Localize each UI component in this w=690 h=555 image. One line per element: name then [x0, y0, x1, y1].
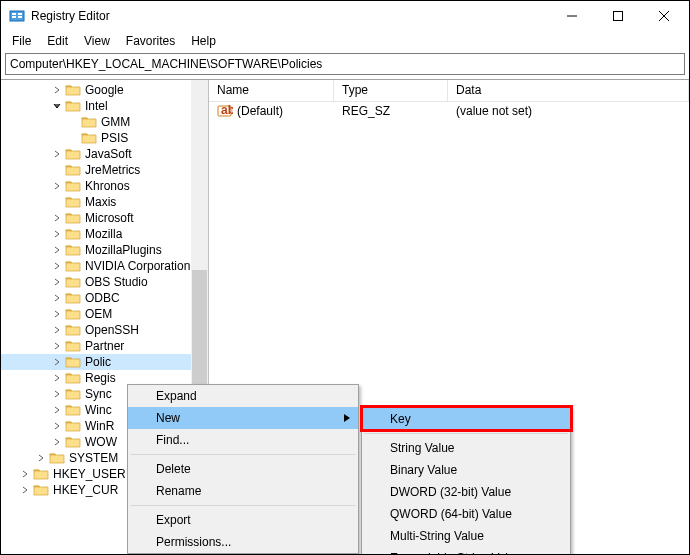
tree-item-label: NVIDIA Corporation [85, 259, 190, 273]
tree-item[interactable]: MozillaPlugins [1, 242, 208, 258]
address-text: Computer\HKEY_LOCAL_MACHINE\SOFTWARE\Pol… [10, 57, 322, 71]
tree-item[interactable]: PSIS [1, 130, 208, 146]
context-separator [130, 454, 356, 455]
expand-icon[interactable] [49, 146, 65, 162]
menu-file[interactable]: File [5, 32, 38, 50]
context-expand[interactable]: Expand [128, 385, 358, 407]
svg-marker-11 [344, 414, 350, 422]
new-submenu: Key String Value Binary Value DWORD (32-… [361, 407, 571, 555]
tree-item[interactable]: Polic [1, 354, 208, 370]
context-export[interactable]: Export [128, 509, 358, 531]
address-bar[interactable]: Computer\HKEY_LOCAL_MACHINE\SOFTWARE\Pol… [5, 53, 685, 75]
tree-item[interactable]: OBS Studio [1, 274, 208, 290]
tree-item-label: ODBC [85, 291, 120, 305]
expand-icon[interactable] [49, 210, 65, 226]
tree-item[interactable]: JreMetrics [1, 162, 208, 178]
menu-favorites[interactable]: Favorites [119, 32, 182, 50]
tree-item[interactable]: GMM [1, 114, 208, 130]
expand-icon[interactable] [49, 290, 65, 306]
tree-item[interactable]: OEM [1, 306, 208, 322]
tree-item-label: Mozilla [85, 227, 122, 241]
expand-icon[interactable] [49, 386, 65, 402]
spacer [49, 194, 65, 210]
tree-item-label: Winc [85, 403, 112, 417]
tree-item-label: HKEY_CUR [53, 483, 118, 497]
submenu-multistring[interactable]: Multi-String Value [362, 525, 570, 547]
expand-icon[interactable] [49, 354, 65, 370]
expand-icon[interactable] [49, 418, 65, 434]
spacer [65, 114, 81, 130]
col-name[interactable]: Name [209, 80, 334, 101]
expand-icon[interactable] [49, 242, 65, 258]
folder-icon [65, 435, 81, 449]
expand-icon[interactable] [49, 370, 65, 386]
list-header: Name Type Data [209, 80, 689, 102]
tree-item[interactable]: JavaSoft [1, 146, 208, 162]
folder-icon [65, 339, 81, 353]
menu-view[interactable]: View [77, 32, 117, 50]
tree-item[interactable]: Google [1, 82, 208, 98]
expand-icon[interactable] [17, 466, 33, 482]
expand-icon[interactable] [49, 322, 65, 338]
tree-item[interactable]: ODBC [1, 290, 208, 306]
menu-help[interactable]: Help [184, 32, 223, 50]
submenu-key[interactable]: Key [362, 408, 570, 430]
close-button[interactable] [641, 1, 687, 31]
folder-icon [81, 115, 97, 129]
context-new[interactable]: New [128, 407, 358, 429]
submenu-expstring[interactable]: Expandable String Value [362, 547, 570, 555]
context-rename[interactable]: Rename [128, 480, 358, 502]
tree-item-label: Regis [85, 371, 116, 385]
submenu-separator [364, 433, 568, 434]
tree-item-label: Intel [85, 99, 108, 113]
expand-icon[interactable] [49, 274, 65, 290]
expand-icon[interactable] [49, 306, 65, 322]
folder-icon [65, 275, 81, 289]
expand-icon[interactable] [49, 338, 65, 354]
context-permissions[interactable]: Permissions... [128, 531, 358, 553]
folder-icon [65, 163, 81, 177]
tree-item-label: Polic [85, 355, 111, 369]
expand-icon[interactable] [49, 226, 65, 242]
tree-item[interactable]: Khronos [1, 178, 208, 194]
tree-item[interactable]: Mozilla [1, 226, 208, 242]
tree-item[interactable]: Microsoft [1, 210, 208, 226]
minimize-button[interactable] [549, 1, 595, 31]
list-row[interactable]: ab (Default) REG_SZ (value not set) [209, 102, 689, 120]
tree-item[interactable]: NVIDIA Corporation [1, 258, 208, 274]
folder-icon [65, 403, 81, 417]
expand-icon[interactable] [49, 178, 65, 194]
tree-item[interactable]: Intel [1, 98, 208, 114]
tree-item-label: WOW [85, 435, 117, 449]
submenu-qword[interactable]: QWORD (64-bit) Value [362, 503, 570, 525]
expand-icon[interactable] [49, 82, 65, 98]
menu-edit[interactable]: Edit [40, 32, 75, 50]
expand-icon[interactable] [17, 482, 33, 498]
col-data[interactable]: Data [448, 80, 689, 101]
col-type[interactable]: Type [334, 80, 448, 101]
tree-item[interactable]: Partner [1, 338, 208, 354]
context-separator [130, 505, 356, 506]
folder-icon [65, 307, 81, 321]
tree-item[interactable]: OpenSSH [1, 322, 208, 338]
submenu-string[interactable]: String Value [362, 437, 570, 459]
tree-item-label: PSIS [101, 131, 128, 145]
svg-rect-4 [18, 16, 22, 18]
expand-icon[interactable] [49, 434, 65, 450]
expand-icon[interactable] [49, 402, 65, 418]
context-find[interactable]: Find... [128, 429, 358, 451]
maximize-button[interactable] [595, 1, 641, 31]
tree-item-label: SYSTEM [69, 451, 118, 465]
collapse-icon[interactable] [49, 98, 65, 114]
context-delete[interactable]: Delete [128, 458, 358, 480]
submenu-dword[interactable]: DWORD (32-bit) Value [362, 481, 570, 503]
tree-item-label: Partner [85, 339, 124, 353]
expand-icon[interactable] [33, 450, 49, 466]
svg-rect-2 [12, 16, 16, 18]
tree-item[interactable]: Maxis [1, 194, 208, 210]
folder-icon [65, 419, 81, 433]
folder-icon [65, 211, 81, 225]
expand-icon[interactable] [49, 258, 65, 274]
tree-item-label: Khronos [85, 179, 130, 193]
submenu-binary[interactable]: Binary Value [362, 459, 570, 481]
